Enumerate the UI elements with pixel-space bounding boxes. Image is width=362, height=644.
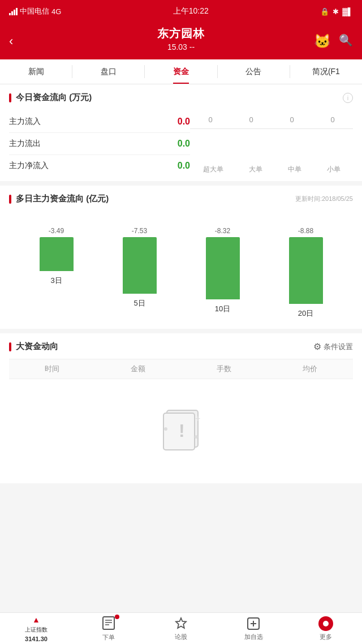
network-label: 4G [51, 7, 61, 16]
status-time: 上午10:22 [173, 6, 209, 16]
gear-icon: ⚙ [313, 341, 321, 352]
bluetooth-icon: ✱ [333, 7, 339, 16]
battery-icon: ▓▌ [342, 7, 353, 16]
val-small: 0 [330, 115, 334, 124]
label-large: 大单 [249, 165, 262, 174]
big-money-title: 大资金动向 [9, 341, 58, 352]
col-hands: 手数 [181, 364, 267, 374]
bar-body-10d [206, 237, 240, 299]
empty-state: ! + [9, 379, 353, 475]
tab-market[interactable]: 盘口 [72, 59, 144, 84]
fund-row-inflow: 主力流入 0.0 [9, 111, 190, 133]
big-money-header: 大资金动向 ⚙ 条件设置 [9, 341, 353, 352]
bar-label-20d: 20日 [298, 308, 313, 319]
bar-group-5d: -7.53 5日 [98, 227, 181, 308]
bar-chart-section: 多日主力资金流向 (亿元) 更新时间:2018/05/25 -3.49 3日 -… [0, 186, 362, 329]
net-value: 0.0 [178, 161, 190, 171]
condition-button[interactable]: ⚙ 条件设置 [313, 341, 353, 352]
svg-text:+: + [195, 414, 200, 423]
condition-label: 条件设置 [324, 342, 353, 352]
stock-price: 15.03 -- [167, 42, 195, 51]
status-bar: 中国电信 4G 上午10:22 🔒 ✱ ▓▌ [0, 0, 362, 23]
svg-text:!: ! [179, 420, 185, 441]
col-avg-price: 均价 [267, 364, 353, 374]
tab-bar: 新闻 盘口 资金 公告 简况(F1 [0, 59, 362, 84]
bar-value-5d: -7.53 [132, 227, 147, 235]
carrier-label: 中国电信 [20, 6, 49, 16]
big-money-section: 大资金动向 ⚙ 条件设置 时间 金额 手数 均价 ! + [0, 333, 362, 483]
content-area: 今日资金流向 (万元) i 主力流入 0.0 主力流出 0.0 主力净流入 0.… [0, 84, 362, 520]
outflow-label: 主力流出 [9, 139, 178, 149]
label-medium: 中单 [288, 165, 301, 174]
tab-notice[interactable]: 公告 [218, 59, 290, 84]
bar-label-3d: 3日 [50, 276, 62, 286]
bar-group-3d: -3.49 3日 [15, 227, 98, 286]
right-top-row: 0 0 0 0 [190, 111, 353, 129]
bar-body-5d [123, 237, 157, 294]
bar-chart-header: 多日主力资金流向 (亿元) 更新时间:2018/05/25 [9, 194, 353, 204]
bar-value-3d: -3.49 [49, 227, 64, 235]
chart-bars: -3.49 3日 -7.53 5日 -8.32 10日 [15, 210, 347, 323]
tab-news[interactable]: 新闻 [0, 59, 72, 84]
fund-flow-section: 今日资金流向 (万元) i 主力流入 0.0 主力流出 0.0 主力净流入 0.… [0, 84, 362, 181]
search-icon[interactable]: 🔍 [339, 33, 353, 49]
fund-flow-right: 0 0 0 0 超大单 大单 中单 小单 [190, 111, 353, 177]
signal-icon [9, 8, 18, 15]
info-icon[interactable]: i [343, 93, 353, 103]
tab-fund[interactable]: 资金 [145, 59, 217, 84]
bar-body-3d [40, 237, 74, 271]
bar-group-20d: -8.88 20日 [264, 227, 347, 319]
bar-chart-title: 多日主力资金流向 (亿元) [9, 194, 109, 204]
back-button[interactable]: ‹ [9, 34, 13, 49]
fund-flow-left: 主力流入 0.0 主力流出 0.0 主力净流入 0.0 [9, 111, 190, 177]
val-super-large: 0 [208, 115, 212, 124]
svg-point-3 [164, 427, 167, 431]
header: ‹ 东方园林 15.03 -- 🐱 🔍 [0, 23, 362, 59]
col-time: 时间 [9, 364, 95, 374]
lock-icon: 🔒 [320, 7, 329, 16]
val-medium: 0 [290, 115, 294, 124]
bar-value-20d: -8.88 [298, 227, 313, 235]
inflow-value: 0.0 [178, 117, 190, 127]
fund-row-outflow: 主力流出 0.0 [9, 133, 190, 155]
bottom-spacer [0, 488, 362, 520]
col-amount: 金额 [95, 364, 181, 374]
val-large: 0 [249, 115, 253, 124]
bar-group-10d: -8.32 10日 [181, 227, 264, 314]
bar-label-10d: 10日 [215, 304, 230, 314]
bar-body-20d [289, 237, 323, 304]
label-small: 小单 [327, 165, 341, 174]
fund-row-net: 主力净流入 0.0 [9, 155, 190, 177]
inflow-label: 主力流入 [9, 117, 178, 127]
bar-value-10d: -8.32 [215, 227, 230, 235]
chart-area: -3.49 3日 -7.53 5日 -8.32 10日 [15, 210, 347, 323]
status-left: 中国电信 4G [9, 6, 61, 16]
header-icons: 🐱 🔍 [314, 33, 353, 49]
empty-icon: ! + [156, 402, 206, 453]
net-label: 主力净流入 [9, 161, 178, 171]
label-super-large: 超大单 [203, 165, 223, 174]
status-right: 🔒 ✱ ▓▌ [320, 7, 353, 16]
update-time: 更新时间:2018/05/25 [295, 195, 353, 203]
right-labels-row: 超大单 大单 中单 小单 [190, 160, 353, 174]
bar-label-5d: 5日 [133, 298, 145, 308]
tab-brief[interactable]: 简况(F1 [290, 59, 362, 84]
fund-flow-title: 今日资金流向 (万元) [9, 92, 92, 103]
table-header: 时间 金额 手数 均价 [9, 359, 353, 379]
message-icon[interactable]: 🐱 [314, 33, 331, 49]
outflow-value: 0.0 [178, 139, 190, 149]
fund-flow-container: 主力流入 0.0 主力流出 0.0 主力净流入 0.0 0 0 0 0 [9, 111, 353, 177]
svg-point-4 [195, 435, 198, 439]
stock-name: 东方园林 [157, 26, 205, 41]
